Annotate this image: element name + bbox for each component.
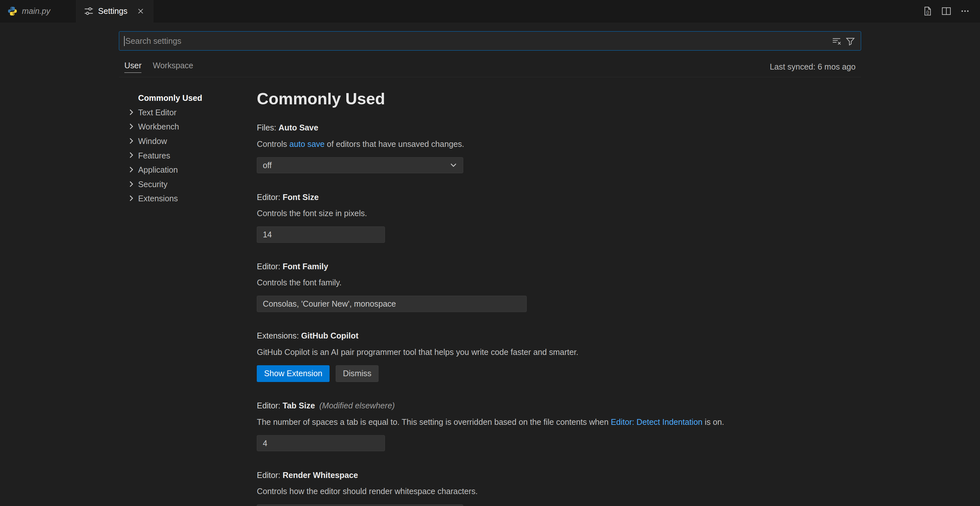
setting-name: Font Size [283, 193, 318, 202]
setting-name: Render Whitespace [283, 471, 358, 480]
close-icon[interactable] [134, 5, 147, 18]
toc-item-window[interactable]: Window [119, 134, 257, 148]
toc-item-label: Application [138, 165, 178, 174]
description-text: Controls the font family. [257, 278, 342, 287]
split-editor-icon[interactable] [939, 4, 954, 19]
dropdown-value: off [263, 161, 272, 170]
settings-editor: User Workspace Last synced: 6 mos ago Co… [0, 22, 980, 506]
description-text: GitHub Copilot is an AI pair programmer … [257, 347, 578, 356]
last-synced-label: Last synced: 6 mos ago [770, 62, 856, 72]
setting-description: Controls how the editor should render wh… [257, 486, 861, 497]
toc-item-extensions[interactable]: Extensions [119, 191, 257, 206]
toc-item-label: Extensions [138, 194, 178, 203]
toc-item-label: Features [138, 151, 170, 160]
chevron-down-icon [449, 160, 458, 170]
settings-toc: Commonly UsedText EditorWorkbenchWindowF… [119, 88, 257, 506]
editor-font-family-input[interactable] [257, 296, 527, 312]
editor-tab-size-link[interactable]: Editor: Detect Indentation [611, 417, 703, 426]
setting-title: Files: Auto Save [257, 122, 861, 133]
setting-category: Editor: [257, 262, 283, 271]
tab-label: Settings [98, 6, 127, 16]
editor-actions: {} [920, 0, 980, 22]
setting-editor-tab-size: Editor: Tab Size(Modified elsewhere)The … [257, 400, 861, 451]
editor-tab-size-input[interactable] [257, 435, 385, 451]
toc-item-application[interactable]: Application [119, 163, 257, 177]
description-text: is on. [703, 417, 724, 426]
toc-item-security[interactable]: Security [119, 177, 257, 192]
modified-elsewhere-badge: (Modified elsewhere) [319, 401, 395, 410]
tab-settings[interactable]: Settings [76, 0, 154, 22]
chevron-right-icon[interactable] [126, 136, 136, 146]
chevron-right-icon[interactable] [126, 179, 136, 189]
files-auto-save-dropdown[interactable]: off [257, 157, 463, 173]
search-settings-input[interactable] [119, 32, 830, 50]
setting-title: Extensions: GitHub Copilot [257, 330, 861, 341]
description-text: Controls how the editor should render wh… [257, 487, 477, 496]
toc-item-label: Workbench [138, 122, 179, 131]
toc-item-label: Commonly Used [138, 94, 202, 102]
toc-item-commonly-used[interactable]: Commonly Used [119, 91, 257, 105]
tab-label: main.py [22, 6, 50, 16]
setting-editor-font-size: Editor: Font SizeControls the font size … [257, 192, 861, 243]
settings-search-box [119, 31, 861, 51]
settings-sliders-icon [84, 6, 94, 16]
chevron-right-icon[interactable] [126, 121, 136, 131]
chevron-right-icon[interactable] [126, 107, 136, 117]
description-text: Controls the font size in pixels. [257, 209, 367, 218]
dismiss-button[interactable]: Dismiss [336, 365, 379, 382]
setting-name: Auto Save [278, 123, 318, 132]
editor-tab-bar: main.py Settings [0, 0, 980, 22]
setting-category: Extensions: [257, 331, 301, 340]
more-actions-icon[interactable] [958, 4, 973, 19]
toc-item-text-editor[interactable]: Text Editor [119, 105, 257, 120]
setting-category: Files: [257, 123, 278, 132]
setting-editor-render-whitespace: Editor: Render WhitespaceControls how th… [257, 469, 861, 506]
files-auto-save-link[interactable]: auto save [289, 140, 325, 148]
setting-editor-font-family: Editor: Font FamilyControls the font fam… [257, 261, 861, 312]
setting-name: GitHub Copilot [301, 331, 359, 340]
tab-main-py[interactable]: main.py [0, 0, 76, 22]
toc-item-label: Text Editor [138, 108, 177, 117]
tab-workspace[interactable]: Workspace [153, 61, 193, 73]
chevron-right-icon[interactable] [126, 150, 136, 160]
chevron-right-icon[interactable] [126, 165, 136, 175]
description-text: Controls [257, 140, 289, 148]
setting-name: Tab Size [283, 401, 315, 410]
open-settings-json-icon[interactable]: {} [920, 4, 935, 19]
setting-category: Editor: [257, 471, 283, 480]
filter-settings-icon[interactable] [843, 34, 857, 48]
setting-title: Editor: Render Whitespace [257, 469, 861, 481]
setting-description: Controls the font size in pixels. [257, 208, 861, 219]
setting-title: Editor: Tab Size(Modified elsewhere) [257, 400, 861, 411]
text-caret [124, 36, 125, 46]
settings-scope-row: User Workspace Last synced: 6 mos ago [119, 59, 861, 75]
setting-description: Controls the font family. [257, 277, 861, 288]
setting-title: Editor: Font Size [257, 192, 861, 203]
setting-category: Editor: [257, 401, 283, 410]
svg-text:{}: {} [926, 10, 929, 15]
setting-extensions-github-copilot: Extensions: GitHub CopilotGitHub Copilot… [257, 330, 861, 382]
setting-name: Font Family [283, 262, 328, 271]
toc-item-workbench[interactable]: Workbench [119, 119, 257, 134]
toc-item-features[interactable]: Features [119, 148, 257, 163]
setting-description: Controls auto save of editors that have … [257, 138, 861, 150]
extensions-github-copilot-actions: Show ExtensionDismiss [257, 365, 861, 382]
chevron-right-icon[interactable] [126, 193, 136, 203]
tab-user[interactable]: User [124, 61, 142, 73]
setting-description: GitHub Copilot is an AI pair programmer … [257, 347, 861, 358]
setting-category: Editor: [257, 193, 283, 202]
toc-item-label: Security [138, 180, 167, 189]
editor-render-whitespace-dropdown[interactable] [257, 504, 463, 506]
clear-settings-search-icon[interactable] [830, 34, 843, 48]
setting-title: Editor: Font Family [257, 261, 861, 272]
vscode-window: main.py Settings [0, 0, 980, 506]
setting-files-auto-save: Files: Auto SaveControls auto save of ed… [257, 122, 861, 173]
setting-description: The number of spaces a tab is equal to. … [257, 417, 861, 428]
show-extension-button[interactable]: Show Extension [257, 365, 329, 382]
python-icon [7, 6, 18, 16]
page-title: Commonly Used [257, 88, 861, 110]
settings-list: Files: Auto SaveControls auto save of ed… [257, 122, 861, 506]
description-text: The number of spaces a tab is equal to. … [257, 417, 611, 426]
toc-item-label: Window [138, 137, 167, 146]
editor-font-size-input[interactable] [257, 226, 385, 242]
